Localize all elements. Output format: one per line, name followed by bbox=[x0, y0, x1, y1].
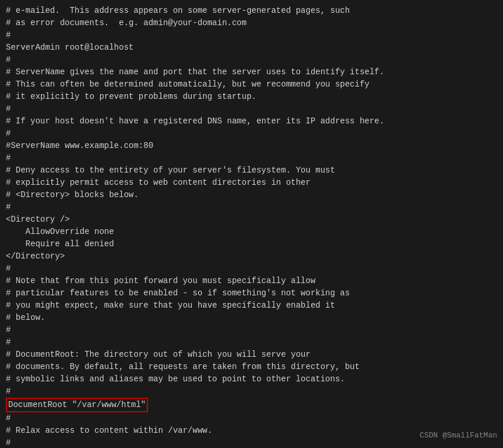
code-line: DocumentRoot "/var/www/html" bbox=[6, 398, 497, 412]
code-line: <Directory /> bbox=[6, 213, 497, 226]
code-line: # symbolic links and aliases may be used… bbox=[6, 373, 497, 385]
code-line: # bbox=[6, 336, 497, 349]
watermark: CSDN @SmallFatMan bbox=[419, 430, 497, 442]
code-line: # ServerName gives the name and port tha… bbox=[6, 66, 497, 78]
code-line: # e-mailed. This address appears on some… bbox=[6, 5, 497, 17]
code-line: # bbox=[6, 412, 497, 425]
code-line: # below. bbox=[6, 312, 497, 324]
code-line: # explicitly permit access to web conten… bbox=[6, 177, 497, 189]
code-line: Require all denied bbox=[6, 238, 497, 250]
code-line: # bbox=[6, 324, 497, 336]
code-content: # e-mailed. This address appears on some… bbox=[6, 5, 497, 448]
code-line: # Note that from this point forward you … bbox=[6, 275, 497, 287]
code-line: # bbox=[6, 29, 497, 42]
terminal-window: # e-mailed. This address appears on some… bbox=[0, 0, 503, 448]
code-line: # bbox=[6, 152, 497, 164]
code-line: #ServerName www.example.com:80 bbox=[6, 140, 497, 152]
code-line: # <Directory> blocks below. bbox=[6, 189, 497, 201]
code-line: # Deny access to the entirety of your se… bbox=[6, 164, 497, 177]
code-line: # bbox=[6, 263, 497, 275]
code-line: # bbox=[6, 201, 497, 213]
code-line: # bbox=[6, 103, 497, 115]
code-line: # bbox=[6, 385, 497, 398]
code-line: # it explicitly to prevent problems duri… bbox=[6, 91, 497, 103]
code-line: # particular features to be enabled - so… bbox=[6, 287, 497, 299]
code-line: # you might expect, make sure that you h… bbox=[6, 299, 497, 312]
code-line: </Directory> bbox=[6, 250, 497, 263]
code-line: # documents. By default, all requests ar… bbox=[6, 361, 497, 373]
code-line: ServerAdmin root@localhost bbox=[6, 42, 497, 54]
code-line: # bbox=[6, 127, 497, 140]
code-line: AllowOverride none bbox=[6, 226, 497, 238]
code-line: # DocumentRoot: The directory out of whi… bbox=[6, 349, 497, 361]
highlighted-line: DocumentRoot "/var/www/html" bbox=[6, 398, 148, 412]
code-line: # bbox=[6, 54, 497, 66]
code-line: # as error documents. e.g. admin@your-do… bbox=[6, 17, 497, 29]
code-line: # If your host doesn't have a registered… bbox=[6, 115, 497, 127]
code-line: # This can often be determined automatic… bbox=[6, 78, 497, 91]
